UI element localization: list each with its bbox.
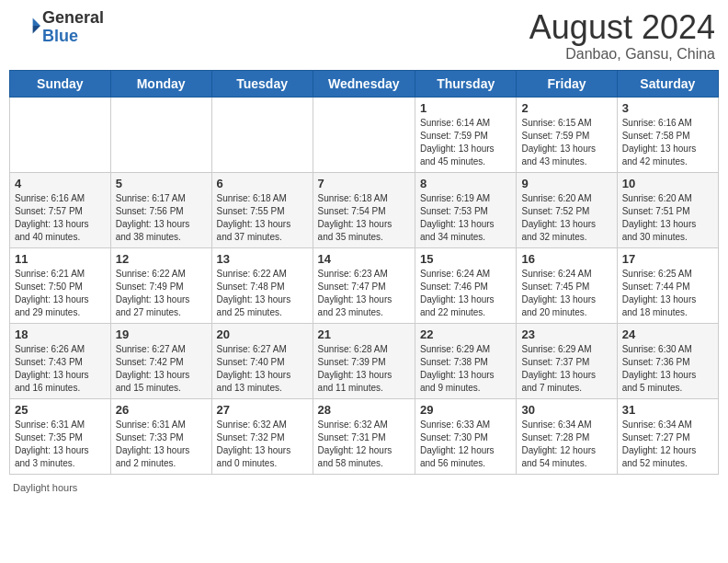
day-info: Sunrise: 6:14 AMSunset: 7:59 PMDaylight:… [420,117,511,168]
day-number: 21 [318,327,410,341]
logo-text: General Blue [42,9,104,46]
day-info: Sunrise: 6:23 AMSunset: 7:47 PMDaylight:… [318,268,410,319]
day-number: 1 [420,101,511,115]
calendar-weekday-monday: Monday [110,70,211,97]
day-info: Sunrise: 6:22 AMSunset: 7:49 PMDaylight:… [116,268,207,319]
calendar-cell: 27Sunrise: 6:32 AMSunset: 7:32 PMDayligh… [211,398,313,474]
day-info: Sunrise: 6:20 AMSunset: 7:52 PMDaylight:… [521,192,611,244]
calendar-weekday-wednesday: Wednesday [313,70,415,97]
day-info: Sunrise: 6:20 AMSunset: 7:51 PMDaylight:… [622,192,713,244]
calendar-cell: 2Sunrise: 6:15 AMSunset: 7:59 PMDaylight… [517,97,617,172]
title-block: August 2024 Danbao, Gansu, China [529,9,715,63]
day-number: 30 [521,403,611,417]
day-info: Sunrise: 6:31 AMSunset: 7:35 PMDaylight:… [15,419,106,470]
calendar-cell: 20Sunrise: 6:27 AMSunset: 7:40 PMDayligh… [211,323,313,398]
day-info: Sunrise: 6:22 AMSunset: 7:48 PMDaylight:… [217,268,308,319]
calendar-cell: 6Sunrise: 6:18 AMSunset: 7:55 PMDaylight… [211,172,313,247]
calendar-cell: 14Sunrise: 6:23 AMSunset: 7:47 PMDayligh… [313,247,415,323]
calendar-cell: 29Sunrise: 6:33 AMSunset: 7:30 PMDayligh… [415,398,516,474]
calendar-cell: 24Sunrise: 6:30 AMSunset: 7:36 PMDayligh… [617,323,718,398]
calendar-cell: 28Sunrise: 6:32 AMSunset: 7:31 PMDayligh… [313,398,415,474]
calendar-cell: 4Sunrise: 6:16 AMSunset: 7:57 PMDaylight… [10,172,111,247]
day-number: 8 [420,177,511,190]
calendar-cell: 11Sunrise: 6:21 AMSunset: 7:50 PMDayligh… [10,247,111,323]
day-number: 31 [622,403,713,417]
day-info: Sunrise: 6:16 AMSunset: 7:57 PMDaylight:… [15,192,106,244]
day-info: Sunrise: 6:15 AMSunset: 7:59 PMDaylight:… [521,117,611,168]
calendar-cell: 19Sunrise: 6:27 AMSunset: 7:42 PMDayligh… [110,323,211,398]
calendar-cell: 16Sunrise: 6:24 AMSunset: 7:45 PMDayligh… [517,247,617,323]
calendar-week-3: 11Sunrise: 6:21 AMSunset: 7:50 PMDayligh… [10,247,719,323]
day-number: 20 [217,327,308,341]
day-number: 25 [15,403,106,417]
calendar-cell: 5Sunrise: 6:17 AMSunset: 7:56 PMDaylight… [110,172,211,247]
day-number: 14 [318,252,410,266]
calendar-weekday-sunday: Sunday [10,70,111,97]
page-container: General Blue August 2024 Danbao, Gansu, … [9,9,719,493]
calendar-cell: 23Sunrise: 6:29 AMSunset: 7:37 PMDayligh… [517,323,617,398]
day-number: 19 [116,327,207,341]
logo-blue: Blue [42,27,78,45]
day-number: 5 [116,177,207,190]
day-number: 10 [622,177,713,190]
day-number: 11 [15,252,106,266]
day-number: 17 [622,252,713,266]
calendar-cell: 10Sunrise: 6:20 AMSunset: 7:51 PMDayligh… [617,172,718,247]
calendar-week-5: 25Sunrise: 6:31 AMSunset: 7:35 PMDayligh… [10,398,719,474]
day-info: Sunrise: 6:32 AMSunset: 7:31 PMDaylight:… [318,419,410,470]
day-info: Sunrise: 6:31 AMSunset: 7:33 PMDaylight:… [116,419,207,470]
day-info: Sunrise: 6:28 AMSunset: 7:39 PMDaylight:… [318,343,410,395]
calendar-table: SundayMondayTuesdayWednesdayThursdayFrid… [9,70,719,475]
day-info: Sunrise: 6:24 AMSunset: 7:45 PMDaylight:… [521,268,611,319]
day-info: Sunrise: 6:26 AMSunset: 7:43 PMDaylight:… [15,343,106,395]
logo-general: General [42,8,104,27]
calendar-cell: 9Sunrise: 6:20 AMSunset: 7:52 PMDaylight… [517,172,617,247]
day-info: Sunrise: 6:19 AMSunset: 7:53 PMDaylight:… [420,192,511,244]
day-number: 12 [116,252,207,266]
calendar-cell: 21Sunrise: 6:28 AMSunset: 7:39 PMDayligh… [313,323,415,398]
calendar-cell: 8Sunrise: 6:19 AMSunset: 7:53 PMDaylight… [415,172,516,247]
day-info: Sunrise: 6:18 AMSunset: 7:54 PMDaylight:… [318,192,410,244]
svg-marker-1 [33,26,40,33]
month-year: August 2024 [529,9,715,46]
day-info: Sunrise: 6:34 AMSunset: 7:27 PMDaylight:… [622,419,713,470]
day-info: Sunrise: 6:27 AMSunset: 7:42 PMDaylight:… [116,343,207,395]
day-number: 24 [622,327,713,341]
calendar-cell: 1Sunrise: 6:14 AMSunset: 7:59 PMDaylight… [415,97,516,172]
day-number: 4 [15,177,106,190]
calendar-weekday-friday: Friday [517,70,617,97]
day-number: 13 [217,252,308,266]
day-info: Sunrise: 6:16 AMSunset: 7:58 PMDaylight:… [622,117,713,168]
calendar-cell: 18Sunrise: 6:26 AMSunset: 7:43 PMDayligh… [10,323,111,398]
day-info: Sunrise: 6:25 AMSunset: 7:44 PMDaylight:… [622,268,713,319]
day-number: 29 [420,403,511,417]
footer: Daylight hours [9,482,719,493]
day-number: 26 [116,403,207,417]
day-number: 28 [318,403,410,417]
day-number: 16 [521,252,611,266]
calendar-cell: 22Sunrise: 6:29 AMSunset: 7:38 PMDayligh… [415,323,516,398]
svg-marker-0 [33,17,40,25]
logo-icon [15,13,40,39]
calendar-weekday-tuesday: Tuesday [211,70,313,97]
calendar-cell: 15Sunrise: 6:24 AMSunset: 7:46 PMDayligh… [415,247,516,323]
day-info: Sunrise: 6:33 AMSunset: 7:30 PMDaylight:… [420,419,511,470]
day-number: 23 [521,327,611,341]
calendar-cell: 31Sunrise: 6:34 AMSunset: 7:27 PMDayligh… [617,398,718,474]
calendar-cell: 25Sunrise: 6:31 AMSunset: 7:35 PMDayligh… [10,398,111,474]
day-number: 22 [420,327,511,341]
calendar-cell: 3Sunrise: 6:16 AMSunset: 7:58 PMDaylight… [617,97,718,172]
day-info: Sunrise: 6:21 AMSunset: 7:50 PMDaylight:… [15,268,106,319]
calendar-cell: 13Sunrise: 6:22 AMSunset: 7:48 PMDayligh… [211,247,313,323]
day-number: 2 [521,101,611,115]
day-info: Sunrise: 6:34 AMSunset: 7:28 PMDaylight:… [521,419,611,470]
calendar-cell: 12Sunrise: 6:22 AMSunset: 7:49 PMDayligh… [110,247,211,323]
calendar-cell: 17Sunrise: 6:25 AMSunset: 7:44 PMDayligh… [617,247,718,323]
day-info: Sunrise: 6:24 AMSunset: 7:46 PMDaylight:… [420,268,511,319]
daylight-label: Daylight hours [13,482,77,493]
day-number: 7 [318,177,410,190]
calendar-weekday-thursday: Thursday [415,70,516,97]
calendar-cell: 30Sunrise: 6:34 AMSunset: 7:28 PMDayligh… [517,398,617,474]
logo: General Blue [13,9,104,46]
day-info: Sunrise: 6:18 AMSunset: 7:55 PMDaylight:… [217,192,308,244]
